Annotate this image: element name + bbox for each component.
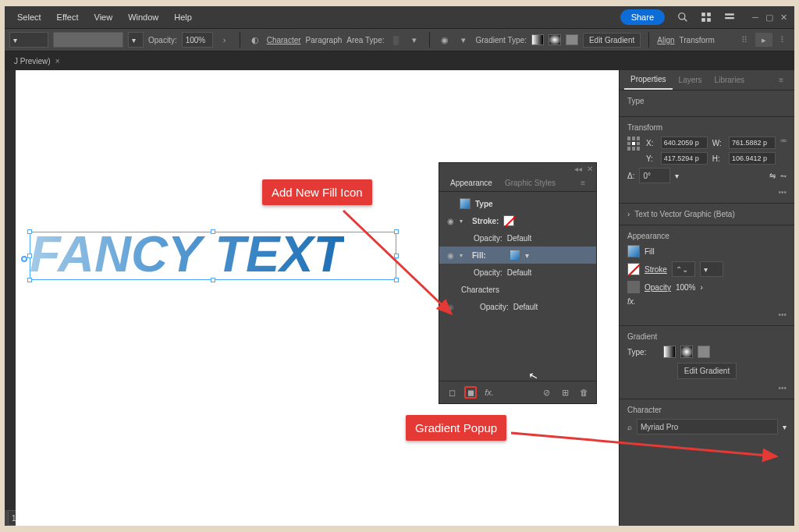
angle-input[interactable]: 0° (639, 168, 670, 183)
workspace-switcher-icon[interactable] (721, 9, 738, 26)
appearance-footer: ◻ ◼ fx. ⊘ ⊞ 🗑 (439, 381, 596, 403)
add-effect-icon[interactable]: fx. (483, 386, 495, 399)
character-label: Character (627, 406, 787, 414)
chevron-down-icon[interactable]: ▾ (525, 251, 529, 260)
clear-appearance-icon[interactable]: ⊘ (540, 386, 552, 399)
delete-icon[interactable]: 🗑 (577, 386, 590, 399)
tab-graphic-styles[interactable]: Graphic Styles (499, 175, 562, 191)
panel-menu-icon[interactable]: ≡ (772, 71, 790, 89)
freeform-gradient-swatch[interactable] (566, 34, 578, 45)
fill-stroke-dropdown[interactable]: ▾ (9, 32, 48, 48)
handle-tc[interactable] (211, 229, 215, 234)
arrange-documents-icon[interactable] (698, 9, 715, 26)
type-section-label: Type (627, 97, 787, 105)
essentials-icon[interactable]: ▸ (755, 33, 772, 47)
tab-properties[interactable]: Properties (624, 70, 673, 90)
stroke-swatch[interactable] (503, 215, 514, 226)
menu-view[interactable]: View (87, 9, 121, 25)
paragraph-link[interactable]: Paragraph (306, 36, 343, 44)
link-wh-icon[interactable]: ⚮ (780, 137, 787, 145)
fill-swatch[interactable] (510, 250, 520, 261)
fx-label[interactable]: fx. (627, 297, 636, 306)
transform-more-icon[interactable]: ••• (627, 188, 787, 197)
appearance-label: Appearance (627, 232, 787, 240)
menu-help[interactable]: Help (166, 9, 200, 25)
radial-gradient-swatch[interactable] (549, 34, 561, 45)
tab-libraries[interactable]: Libraries (708, 71, 751, 89)
menu-select[interactable]: Select (9, 9, 49, 25)
close-tab-icon[interactable]: × (55, 57, 60, 66)
document-tab[interactable]: J Preview) × (11, 54, 66, 69)
character-link[interactable]: Character (267, 36, 301, 44)
menu-window[interactable]: Window (120, 9, 166, 25)
minimize-icon[interactable]: ─ (749, 12, 762, 23)
chevron-right-icon[interactable]: › (700, 283, 702, 292)
chevron-down-icon[interactable]: ▾ (456, 33, 471, 47)
handle-tl[interactable] (27, 229, 32, 234)
close-icon[interactable]: ✕ (777, 12, 790, 23)
edit-gradient-button[interactable]: Edit Gradient (677, 363, 737, 379)
y-label: Y: (646, 154, 656, 163)
chevron-down-icon[interactable]: ▾ (407, 33, 421, 47)
handle-bl[interactable] (27, 278, 32, 282)
x-input[interactable] (661, 137, 708, 149)
handle-ml[interactable] (27, 254, 32, 258)
right-tabs: Properties Layers Libraries ≡ (620, 70, 794, 90)
recolor-icon[interactable]: ◐ (248, 33, 262, 47)
gradient-orb-icon[interactable]: ◉ (438, 33, 452, 47)
w-input[interactable] (729, 137, 776, 149)
chevron-right-icon[interactable]: › (218, 33, 232, 47)
opacity-value[interactable]: Default (513, 303, 538, 311)
opacity-value[interactable]: 100% (182, 32, 213, 48)
y-input[interactable] (661, 152, 708, 165)
stroke-weight-input[interactable]: ⌃⌄ (672, 261, 695, 277)
text-anchor-icon[interactable] (21, 256, 27, 262)
radial-gradient-icon[interactable] (680, 346, 693, 358)
opacity-value[interactable]: Default (507, 234, 532, 243)
freeform-gradient-icon[interactable] (698, 346, 710, 358)
add-fill-icon[interactable]: ◼ (464, 386, 477, 399)
stroke-swatch[interactable] (627, 263, 640, 275)
search-icon[interactable] (674, 9, 691, 26)
tab-appearance[interactable]: Appearance (444, 175, 499, 191)
stroke-profile-dropdown[interactable]: ▾ (700, 261, 723, 277)
angle-dropdown-icon[interactable]: ▾ (675, 172, 679, 180)
duplicate-icon[interactable]: ⊞ (559, 386, 571, 399)
linear-gradient-swatch[interactable] (531, 34, 544, 45)
appearance-more-icon[interactable]: ••• (627, 310, 787, 319)
options-more-icon[interactable]: ⠇ (777, 34, 790, 47)
reference-point-icon[interactable] (627, 137, 641, 151)
panel-collapse-icon[interactable]: ◂◂ (574, 165, 582, 173)
panel-menu-icon[interactable]: ≡ (574, 175, 591, 191)
chevron-right-icon[interactable]: › (627, 210, 630, 218)
isolate-icon[interactable]: ⠿ (738, 34, 751, 47)
align-link[interactable]: Align (657, 36, 674, 44)
panel-close-icon[interactable]: ✕ (587, 165, 593, 173)
edit-gradient-button[interactable]: Edit Gradient (583, 33, 641, 48)
opacity-value[interactable]: Default (507, 268, 532, 277)
area-type-icon[interactable]: ░ (389, 33, 403, 47)
h-input[interactable] (729, 152, 776, 165)
handle-bc[interactable] (211, 278, 215, 282)
document-tabs: J Preview) × (5, 51, 794, 70)
linear-gradient-icon[interactable] (663, 346, 676, 358)
tab-layers[interactable]: Layers (673, 71, 708, 89)
opacity-swatch[interactable] (627, 281, 640, 293)
fill-swatch[interactable] (627, 245, 640, 257)
maximize-icon[interactable]: ▢ (763, 12, 776, 23)
add-stroke-icon[interactable]: ◻ (446, 386, 458, 399)
text-to-vector-section[interactable]: › Text to Vector Graphic (Beta) (620, 204, 794, 225)
gradient-more-icon[interactable]: ••• (627, 384, 787, 392)
stroke-weight-dropdown[interactable] (53, 32, 123, 48)
stroke-profile-dropdown[interactable]: ▾ (128, 32, 144, 48)
flip-v-icon[interactable]: ⥊ (780, 172, 787, 180)
callout-gradient-popup: Gradient Popup (406, 415, 506, 441)
menu-effect[interactable]: Effect (49, 9, 87, 25)
transform-link[interactable]: Transform (680, 36, 715, 44)
share-button[interactable]: Share (620, 9, 665, 25)
angle-label: Δ: (627, 172, 634, 180)
flip-h-icon[interactable]: ⇋ (769, 172, 776, 180)
svg-line-8 (343, 211, 451, 314)
area-type-link[interactable]: Area Type: (346, 36, 384, 44)
opacity-value[interactable]: 100% (676, 283, 696, 292)
